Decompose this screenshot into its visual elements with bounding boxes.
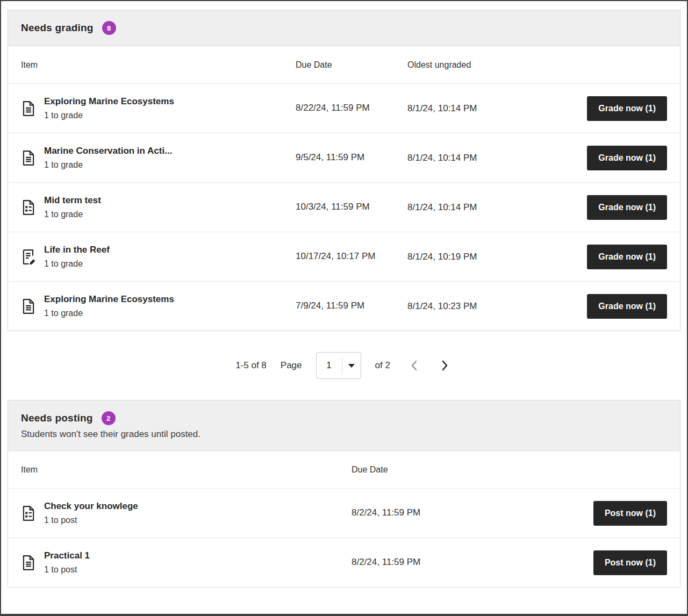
- table-row: Life in the Reef 1 to grade 10/17/24, 10…: [8, 232, 680, 281]
- needs-grading-column-headers: Item Due Date Oldest ungraded: [8, 46, 680, 83]
- item-subtitle: 1 to grade: [44, 160, 172, 170]
- column-header-item: Item: [21, 465, 352, 475]
- prev-page-button[interactable]: [406, 356, 422, 375]
- table-row: Mid term test 1 to grade 10/3/24, 11:59 …: [8, 182, 680, 232]
- due-date: 8/22/24, 11:59 PM: [296, 101, 407, 115]
- needs-posting-column-headers: Item Due Date: [8, 451, 680, 488]
- needs-grading-header: Needs grading 8: [8, 10, 680, 46]
- page-label: Page: [281, 360, 302, 371]
- needs-posting-count-badge: 2: [102, 411, 116, 425]
- item-title: Exploring Marine Ecosystems: [44, 96, 174, 107]
- table-row: Exploring Marine Ecosystems 1 to grade 7…: [8, 281, 680, 331]
- item-subtitle: 1 to grade: [44, 309, 174, 318]
- item-title: Marine Conservation in Acti...: [44, 146, 172, 156]
- test-icon: [21, 505, 37, 521]
- due-date: 9/5/24, 11:59 PM: [296, 151, 407, 164]
- column-header-item: Item: [21, 60, 296, 70]
- pagination: 1-5 of 8 Page 1 of 2: [8, 331, 680, 400]
- grade-now-button[interactable]: Grade now (1): [587, 96, 667, 121]
- oldest-ungraded: 8/1/24, 10:19 PM: [407, 252, 585, 262]
- item-subtitle: 1 to grade: [44, 210, 101, 219]
- due-date: 8/2/24, 11:59 PM: [352, 555, 593, 569]
- test-icon: [21, 199, 37, 216]
- needs-grading-title: Needs grading: [21, 22, 94, 34]
- grade-now-button[interactable]: Grade now (1): [587, 245, 667, 269]
- document-icon: [21, 101, 37, 117]
- table-row: Exploring Marine Ecosystems 1 to grade 8…: [8, 83, 680, 133]
- item-subtitle: 1 to grade: [44, 259, 110, 269]
- due-date: 10/3/24, 11:59 PM: [296, 200, 407, 214]
- page-select-value: 1: [317, 360, 342, 371]
- grade-now-button[interactable]: Grade now (1): [587, 294, 667, 319]
- grade-now-button[interactable]: Grade now (1): [587, 146, 667, 170]
- needs-posting-title: Needs posting: [21, 412, 93, 424]
- document-icon: [21, 555, 37, 571]
- gradebook-overview-page: Needs grading 8 Item Due Date Oldest ung…: [0, 0, 688, 616]
- item-subtitle: 1 to post: [44, 515, 138, 525]
- needs-posting-subtitle: Students won't see their grades until po…: [21, 429, 667, 440]
- item-title: Mid term test: [44, 195, 101, 206]
- column-header-due-date: Due Date: [296, 60, 407, 70]
- item-title: Life in the Reef: [44, 245, 110, 255]
- page-total: of 2: [375, 360, 390, 371]
- document-icon: [21, 150, 37, 166]
- chevron-left-icon: [408, 359, 420, 373]
- item-title: Exploring Marine Ecosystems: [44, 294, 174, 305]
- document-icon: [21, 298, 37, 314]
- oldest-ungraded: 8/1/24, 10:14 PM: [407, 202, 585, 213]
- needs-grading-count-badge: 8: [102, 21, 116, 35]
- item-subtitle: 1 to post: [44, 565, 90, 575]
- table-row: Practical 1 1 to post 8/2/24, 11:59 PM P…: [8, 538, 680, 587]
- column-header-oldest-ungraded: Oldest ungraded: [407, 60, 585, 70]
- needs-posting-header: Needs posting 2 Students won't see their…: [8, 400, 680, 451]
- chevron-right-icon: [439, 359, 450, 373]
- oldest-ungraded: 8/1/24, 10:14 PM: [407, 103, 585, 114]
- oldest-ungraded: 8/1/24, 10:23 PM: [407, 301, 585, 312]
- assignment-icon: [21, 249, 37, 265]
- chevron-down-icon: [342, 364, 361, 368]
- oldest-ungraded: 8/1/24, 10:14 PM: [407, 153, 585, 163]
- needs-grading-card: Needs grading 8 Item Due Date Oldest ung…: [8, 10, 680, 331]
- grade-now-button[interactable]: Grade now (1): [587, 195, 667, 220]
- due-date: 10/17/24, 10:17 PM: [296, 249, 407, 263]
- due-date: 7/9/24, 11:59 PM: [296, 299, 407, 313]
- next-page-button[interactable]: [436, 356, 453, 375]
- needs-posting-card: Needs posting 2 Students won't see their…: [8, 400, 680, 588]
- column-header-due-date: Due Date: [352, 465, 667, 475]
- post-now-button[interactable]: Post now (1): [593, 550, 667, 575]
- page-select[interactable]: 1: [316, 352, 361, 379]
- post-now-button[interactable]: Post now (1): [593, 501, 667, 526]
- due-date: 8/2/24, 11:59 PM: [352, 506, 593, 520]
- table-row: Check your knowlege 1 to post 8/2/24, 11…: [8, 488, 680, 538]
- pagination-range: 1-5 of 8: [235, 360, 267, 371]
- table-row: Marine Conservation in Acti... 1 to grad…: [8, 133, 680, 182]
- item-title: Check your knowlege: [44, 501, 138, 512]
- item-subtitle: 1 to grade: [44, 111, 174, 120]
- item-title: Practical 1: [44, 550, 90, 561]
